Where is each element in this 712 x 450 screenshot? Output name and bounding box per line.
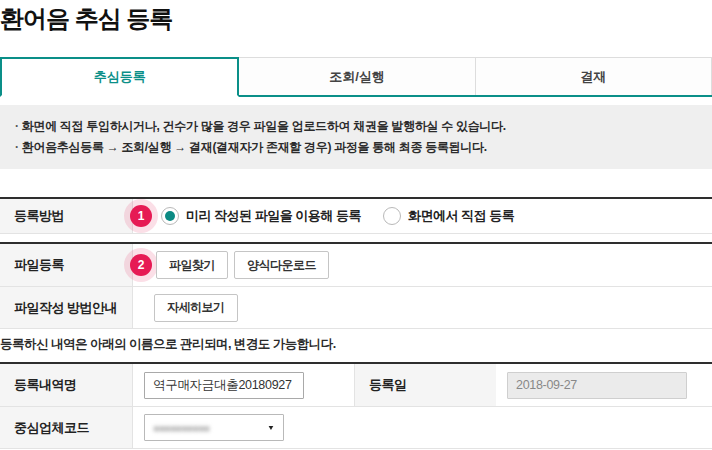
registration-name-label: 등록내역명 xyxy=(0,364,133,406)
registration-method-label: 등록방법 xyxy=(0,199,133,233)
registration-date-label: 등록일 xyxy=(354,364,496,406)
registration-method-table: 등록방법 1 미리 작성된 파일을 이용해 등록 화면에서 직접 등록 xyxy=(0,197,712,234)
find-file-button[interactable]: 파일찾기 xyxy=(156,251,228,279)
notice-line-2: 환어음추심등록 → 조회/실행 → 결재(결재자가 존재할 경우) 과정을 통해… xyxy=(15,137,697,158)
registration-name-cell xyxy=(133,372,354,399)
radio-register-by-file[interactable]: 미리 작성된 파일을 이용해 등록 xyxy=(161,207,361,225)
file-guide-actions: 자세히보기 xyxy=(133,294,712,322)
company-code-label: 중심업체코드 xyxy=(0,407,133,448)
registration-date-input xyxy=(507,372,687,399)
file-upload-label: 파일등록 xyxy=(0,244,133,286)
file-upload-row: 파일등록 2 파일찾기 양식다운로드 xyxy=(0,244,712,286)
notice-line-1: 화면에 직접 투입하시거나, 건수가 많을 경우 파일을 업로드하여 채권을 발… xyxy=(15,116,697,137)
notice-box: 화면에 직접 투입하시거나, 건수가 많을 경우 파일을 업로드하여 채권을 발… xyxy=(0,105,712,169)
file-upload-table: 파일등록 2 파일찾기 양식다운로드 파일작성 방법안내 자세히보기 xyxy=(0,242,712,329)
page-title: 환어음 추심 등록 xyxy=(0,4,712,34)
company-code-cell: ●●●●●●●●●● ▼ xyxy=(133,414,712,441)
chevron-down-icon: ▼ xyxy=(267,423,275,431)
template-download-button[interactable]: 양식다운로드 xyxy=(234,251,329,279)
registration-note: 등록하신 내역은 아래의 이름으로 관리되며, 변경도 가능합니다. xyxy=(0,336,712,353)
radio-label: 화면에서 직접 등록 xyxy=(408,207,514,225)
tab-label: 추심등록 xyxy=(94,68,146,86)
radio-unchecked-icon[interactable] xyxy=(383,207,401,225)
tab-label: 결재 xyxy=(580,68,606,86)
tab-inquiry-execute[interactable]: 조회/실행 xyxy=(239,57,475,95)
step-1-badge: 1 xyxy=(130,205,152,227)
tab-approval[interactable]: 결재 xyxy=(476,57,712,95)
company-code-row: 중심업체코드 ●●●●●●●●●● ▼ xyxy=(0,406,712,448)
page: 환어음 추심 등록 추심등록 조회/실행 결재 화면에 직접 투입하시거나, 건… xyxy=(0,0,712,450)
registration-name-input[interactable] xyxy=(144,372,304,399)
company-code-masked-value: ●●●●●●●●●● xyxy=(153,422,209,434)
radio-register-direct[interactable]: 화면에서 직접 등록 xyxy=(383,207,514,225)
radio-checked-icon[interactable] xyxy=(161,207,179,225)
name-date-row: 등록내역명 등록일 xyxy=(0,364,712,406)
step-2-badge: 2 xyxy=(130,254,152,276)
registration-detail-table: 등록내역명 등록일 중심업체코드 ●●●●●●●●●● ▼ xyxy=(0,362,712,449)
view-detail-button[interactable]: 자세히보기 xyxy=(154,294,238,322)
file-guide-row: 파일작성 방법안내 자세히보기 xyxy=(0,286,712,328)
registration-method-row: 등록방법 1 미리 작성된 파일을 이용해 등록 화면에서 직접 등록 xyxy=(0,199,712,233)
registration-date-cell xyxy=(496,372,712,399)
registration-method-options: 1 미리 작성된 파일을 이용해 등록 화면에서 직접 등록 xyxy=(133,205,712,227)
radio-label: 미리 작성된 파일을 이용해 등록 xyxy=(186,207,361,225)
company-code-select[interactable]: ●●●●●●●●●● ▼ xyxy=(144,414,284,441)
file-guide-label: 파일작성 방법안내 xyxy=(0,287,133,328)
file-upload-actions: 2 파일찾기 양식다운로드 xyxy=(133,251,712,279)
tab-label: 조회/실행 xyxy=(329,68,385,86)
tab-collection-register[interactable]: 추심등록 xyxy=(0,57,239,97)
tab-bar: 추심등록 조회/실행 결재 xyxy=(0,57,712,97)
